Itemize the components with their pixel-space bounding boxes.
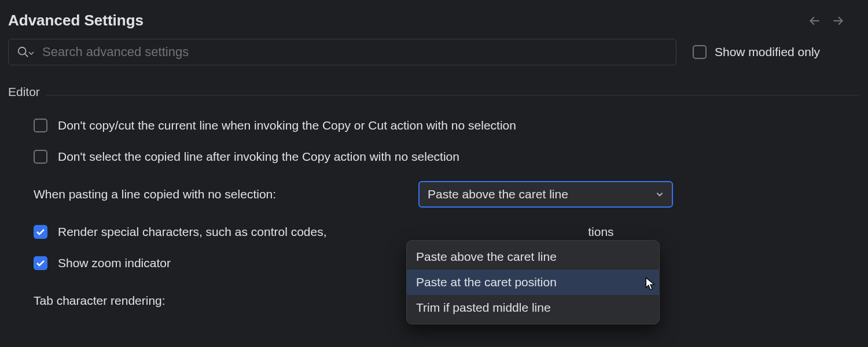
paste-behavior-dropdown: Paste above the caret line Paste at the … xyxy=(406,240,660,324)
setting-label: Render special characters, such as contr… xyxy=(58,225,614,239)
setting-row: Render special characters, such as contr… xyxy=(34,225,860,239)
dropdown-option[interactable]: Paste at the caret position xyxy=(407,270,659,295)
setting-label: Show zoom indicator xyxy=(58,256,171,270)
back-arrow-icon[interactable] xyxy=(807,13,823,29)
setting-row: Don't select the copied line after invok… xyxy=(34,150,860,164)
dont-select-copied-checkbox[interactable] xyxy=(34,150,47,164)
chevron-down-icon xyxy=(656,187,664,201)
setting-label: When pasting a line copied with no selec… xyxy=(34,187,408,201)
select-value: Paste above the caret line xyxy=(428,187,568,201)
svg-line-1 xyxy=(25,54,28,57)
nav-arrows xyxy=(807,13,846,29)
dont-copy-cut-checkbox[interactable] xyxy=(34,119,47,132)
show-modified-label: Show modified only xyxy=(715,45,820,59)
setting-label: Don't copy/cut the current line when inv… xyxy=(58,119,516,132)
setting-row: Don't copy/cut the current line when inv… xyxy=(34,119,860,132)
forward-arrow-icon[interactable] xyxy=(830,13,846,29)
dropdown-option[interactable]: Paste above the caret line xyxy=(407,244,659,270)
section-title-editor: Editor xyxy=(8,85,40,102)
search-icon xyxy=(17,46,30,58)
search-input[interactable] xyxy=(42,45,668,60)
paste-behavior-select[interactable]: Paste above the caret line xyxy=(418,181,673,208)
search-box[interactable] xyxy=(8,39,676,65)
setting-label: Tab character rendering: xyxy=(34,294,408,308)
setting-label: Don't select the copied line after invok… xyxy=(58,150,459,164)
show-modified-checkbox[interactable] xyxy=(693,45,707,59)
page-title: Advanced Settings xyxy=(8,12,144,29)
show-zoom-indicator-checkbox[interactable] xyxy=(34,256,47,270)
dropdown-option[interactable]: Trim if pasted middle line xyxy=(407,295,659,320)
render-special-chars-checkbox[interactable] xyxy=(34,225,47,239)
setting-row: When pasting a line copied with no selec… xyxy=(34,181,860,208)
svg-point-0 xyxy=(19,47,26,55)
search-dropdown-icon[interactable] xyxy=(28,45,34,59)
